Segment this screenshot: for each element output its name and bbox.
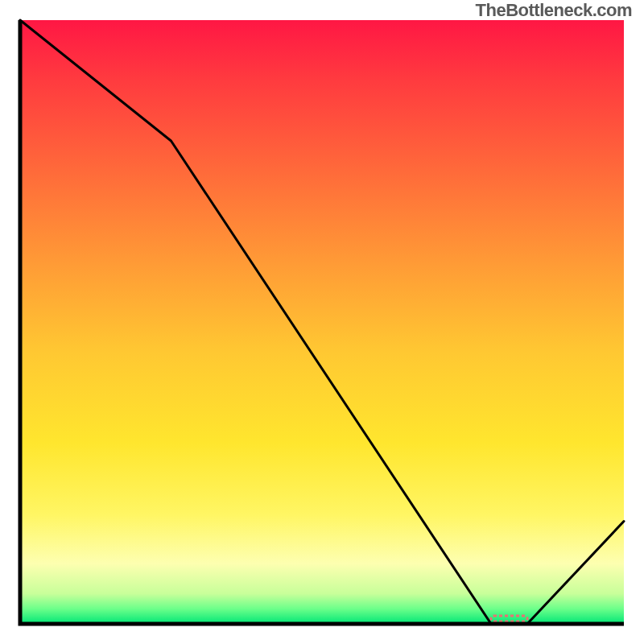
svg-rect-0: [20, 20, 624, 624]
watermark: TheBottleneck.com: [476, 0, 632, 21]
chart-container: TheBottleneck.com: [0, 0, 644, 644]
bottleneck-chart: [0, 0, 644, 644]
